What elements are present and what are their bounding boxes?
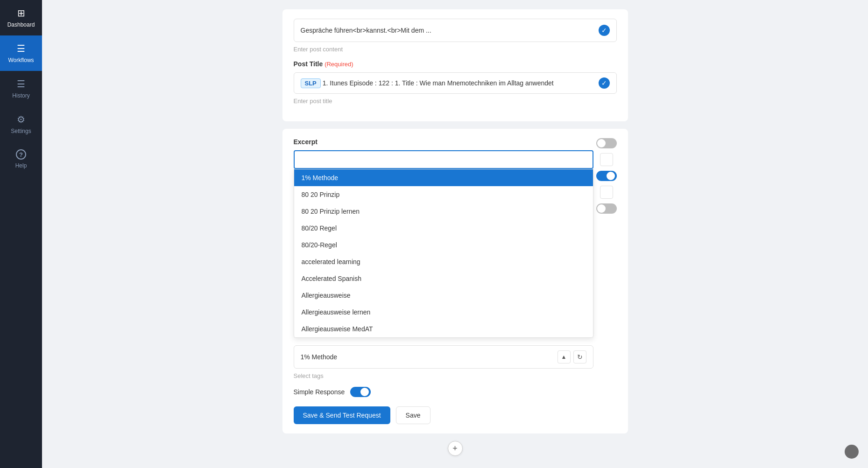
tags-value: 1% Methode <box>301 353 338 361</box>
dashboard-icon: ⊞ <box>17 7 25 19</box>
excerpt-dropdown: 1% Methode 80 20 Prinzip 80 20 Prinzip l… <box>294 169 593 338</box>
toggle-3[interactable] <box>596 203 617 214</box>
sidebar-item-label: Dashboard <box>7 21 35 28</box>
dropdown-item-7[interactable]: Allergieausweise <box>294 287 593 304</box>
dropdown-item-5[interactable]: accelerated learning <box>294 253 593 270</box>
post-content-hint: Enter post content <box>294 46 617 53</box>
dropdown-item-4[interactable]: 80/20-Regel <box>294 237 593 253</box>
history-icon: ☰ <box>17 78 25 90</box>
tags-field[interactable]: 1% Methode ▲ ↻ <box>294 345 593 369</box>
simple-response-row: Simple Response <box>294 387 593 397</box>
right-side-controls <box>596 138 617 214</box>
cursor-indicator <box>845 445 859 459</box>
sidebar-item-label: Workflows <box>8 57 34 63</box>
tags-controls: ▲ ↻ <box>557 350 586 363</box>
tags-chevron-button[interactable]: ▲ <box>557 350 571 363</box>
post-title-hint: Enter post title <box>294 98 617 105</box>
sidebar-item-settings[interactable]: ⚙ Settings <box>0 106 42 142</box>
excerpt-section: Excerpt 1% Methode 80 20 Prinzip 80 20 P… <box>282 129 628 433</box>
excerpt-input[interactable] <box>294 150 593 169</box>
simple-response-toggle[interactable] <box>350 387 371 397</box>
post-title-check-icon: ✓ <box>599 77 610 89</box>
sidebar-item-dashboard[interactable]: ⊞ Dashboard <box>0 0 42 35</box>
post-title-value: 1. Itunes Episode : 122 : 1. Title : Wie… <box>323 79 597 87</box>
save-send-button[interactable]: Save & Send Test Request <box>294 406 390 424</box>
content-wrapper: Gespräche führen<br>kannst.<br>Mit dem .… <box>268 0 642 468</box>
sidebar: ⊞ Dashboard ☰ Workflows ☰ History ⚙ Sett… <box>0 0 42 468</box>
sidebar-item-label: Settings <box>11 128 31 134</box>
toggle-2[interactable] <box>596 171 617 181</box>
tags-refresh-button[interactable]: ↻ <box>573 350 586 363</box>
main-content: Gespräche führen<br>kannst.<br>Mit dem .… <box>42 0 868 468</box>
workflows-icon: ☰ <box>17 43 25 54</box>
sidebar-item-label: Help <box>15 162 27 169</box>
side-box-2 <box>600 186 613 199</box>
select-tags-hint: Select tags <box>294 372 593 379</box>
add-button[interactable]: + <box>448 441 463 456</box>
post-title-label: Post Title (Required) <box>294 60 617 68</box>
post-content-section: Gespräche führen<br>kannst.<br>Mit dem .… <box>282 9 628 121</box>
side-box-1 <box>600 153 613 166</box>
excerpt-label: Excerpt <box>294 138 593 146</box>
refresh-icon: ↻ <box>577 353 583 361</box>
help-icon: ? <box>16 149 26 160</box>
button-row: Save & Send Test Request Save <box>294 406 593 424</box>
dropdown-item-1[interactable]: 80 20 Prinzip <box>294 186 593 203</box>
post-content-value: Gespräche führen<br>kannst.<br>Mit dem .… <box>301 27 431 34</box>
sidebar-item-help[interactable]: ? Help <box>0 142 42 176</box>
chevron-up-icon: ▲ <box>561 354 567 360</box>
toggle-1[interactable] <box>596 138 617 148</box>
dropdown-item-3[interactable]: 80/20 Regel <box>294 220 593 237</box>
dropdown-item-8[interactable]: Allergieausweise lernen <box>294 304 593 321</box>
save-button[interactable]: Save <box>396 406 430 424</box>
simple-response-label: Simple Response <box>294 388 345 396</box>
post-content-check-icon: ✓ <box>599 25 610 36</box>
slp-tag: SLP <box>301 78 321 88</box>
post-title-field[interactable]: SLP 1. Itunes Episode : 122 : 1. Title :… <box>294 72 617 94</box>
post-content-field[interactable]: Gespräche führen<br>kannst.<br>Mit dem .… <box>294 19 617 42</box>
dropdown-item-9[interactable]: Allergieausweise MedAT <box>294 321 593 337</box>
settings-icon: ⚙ <box>17 114 25 125</box>
dropdown-item-6[interactable]: Accelerated Spanish <box>294 270 593 287</box>
dropdown-item-2[interactable]: 80 20 Prinzip lernen <box>294 203 593 220</box>
required-indicator: (Required) <box>325 61 353 68</box>
sidebar-item-label: History <box>12 92 29 99</box>
dropdown-item-0[interactable]: 1% Methode <box>294 169 593 186</box>
sidebar-item-workflows[interactable]: ☰ Workflows <box>0 35 42 71</box>
sidebar-item-history[interactable]: ☰ History <box>0 71 42 106</box>
